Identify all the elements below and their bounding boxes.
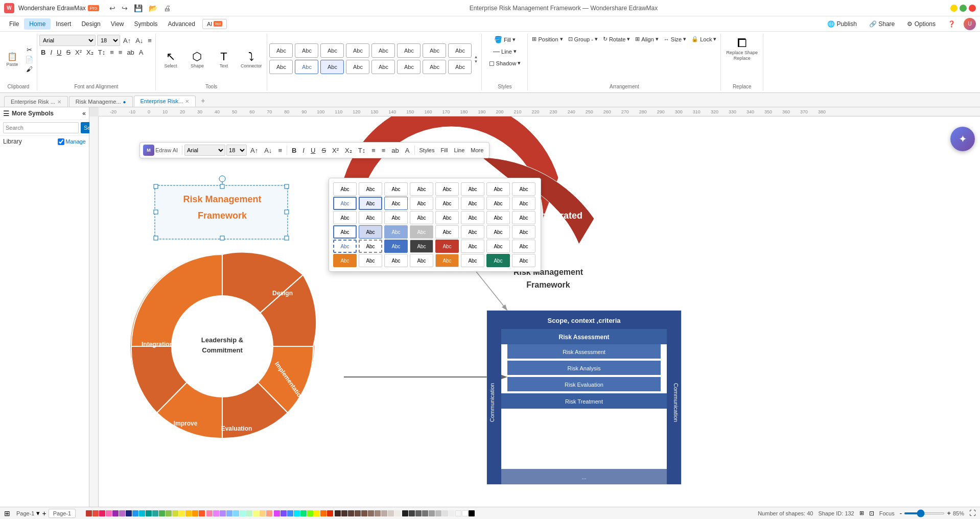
ai-assistant-bubble[interactable]: ✦ (950, 127, 975, 151)
color-amber[interactable] (185, 510, 192, 516)
color-3-2[interactable] (281, 510, 287, 516)
maximize-button[interactable] (960, 5, 967, 12)
sp-1[interactable]: Abc (333, 182, 357, 196)
subscript-button[interactable]: X₂ (85, 48, 95, 57)
color-5-9[interactable] (455, 510, 461, 516)
style-abc-13[interactable]: Abc (371, 60, 395, 74)
color-lime[interactable] (172, 510, 178, 516)
font-color-button[interactable]: A (137, 48, 145, 57)
style-abc-8[interactable]: Abc (448, 43, 472, 58)
sp-17[interactable]: Abc (333, 211, 357, 224)
color-2-5[interactable] (233, 510, 239, 516)
sp-19[interactable]: Abc (384, 211, 408, 224)
sp-24[interactable]: Abc (512, 211, 535, 224)
sp-16[interactable]: Abc (512, 197, 535, 210)
color-4-1[interactable] (335, 510, 341, 516)
add-tab-button[interactable]: + (197, 95, 209, 107)
manage-link[interactable]: Manage (58, 138, 86, 145)
add-page-button[interactable]: + (42, 509, 46, 517)
fullscreen-button[interactable]: ⛶ (969, 509, 976, 517)
ft-size-select[interactable]: 18 (226, 145, 247, 156)
menu-item-design[interactable]: Design (76, 18, 105, 30)
color-5-1[interactable] (402, 510, 408, 516)
superscript-button[interactable]: X² (74, 48, 83, 57)
sp-11[interactable]: Abc (384, 197, 408, 210)
style-abc-2[interactable]: Abc (295, 43, 318, 58)
style-abc-10[interactable]: Abc (295, 60, 318, 74)
page-dropdown[interactable]: ▾ (36, 509, 40, 517)
ft-text-dir[interactable]: T↕ (356, 145, 368, 156)
canvas-area[interactable]: -20 -10 0 10 20 30 40 50 60 70 80 90 100… (89, 107, 980, 507)
sp-14[interactable]: Abc (461, 197, 484, 210)
ft-fill[interactable]: Fill (438, 146, 450, 155)
color-4-3[interactable] (348, 510, 354, 516)
page-view-toggle[interactable]: ⊞ (4, 509, 10, 517)
sp-37[interactable]: Abc (435, 240, 459, 253)
color-3-4[interactable] (294, 510, 300, 516)
shape-button[interactable]: ⬡ Shape (184, 48, 210, 71)
tab-enterprise-risk-2[interactable]: Enterprise Risk... ✕ (134, 96, 196, 107)
ft-italic[interactable]: I (300, 145, 307, 156)
sp-26[interactable]: Abc (359, 225, 382, 239)
options-button[interactable]: ⚙ Options (903, 19, 940, 29)
ft-highlight[interactable]: ab (389, 145, 401, 156)
color-2-6[interactable] (240, 510, 246, 516)
color-5-6[interactable] (435, 510, 441, 516)
sp-6[interactable]: Abc (461, 182, 484, 196)
focus-toggle[interactable]: ⊞ (859, 510, 864, 516)
save-button[interactable]: 💾 (132, 3, 145, 13)
italic-button[interactable]: I (49, 48, 54, 57)
sp-4[interactable]: Abc (410, 182, 433, 196)
bold-button[interactable]: B (39, 48, 47, 57)
color-green-2[interactable] (166, 510, 172, 516)
color-4-7[interactable] (375, 510, 381, 516)
sp-42[interactable]: Abc (359, 254, 382, 267)
share-button[interactable]: 🔗 Share (865, 19, 899, 29)
sp-28[interactable]: Abc (410, 225, 433, 239)
minimize-button[interactable] (950, 5, 958, 12)
color-red-1[interactable] (86, 510, 92, 516)
color-2-3[interactable] (220, 510, 226, 516)
sp-34[interactable]: Abc (359, 240, 382, 253)
sp-12[interactable]: Abc (410, 197, 433, 210)
color-4-10[interactable] (394, 510, 401, 516)
copy-button[interactable]: 📄 (24, 55, 35, 64)
sp-7[interactable]: Abc (486, 182, 510, 196)
sp-25[interactable]: Abc (333, 225, 357, 239)
sp-27[interactable]: Abc (384, 225, 408, 239)
color-5-7[interactable] (442, 510, 448, 516)
sp-9[interactable]: Abc (333, 197, 357, 210)
zoom-slider[interactable] (904, 512, 945, 514)
print-button[interactable]: 🖨 (161, 3, 173, 13)
color-deep-orange[interactable] (199, 510, 205, 516)
align-button[interactable]: ≡ (146, 36, 153, 45)
ft-numbering[interactable]: ≡ (379, 145, 388, 156)
sp-32[interactable]: Abc (512, 225, 535, 239)
size-button[interactable]: ↔ Size ▾ (662, 35, 688, 43)
sp-30[interactable]: Abc (461, 225, 484, 239)
ft-styles[interactable]: Styles (417, 146, 437, 155)
ft-strikethrough[interactable]: S (319, 145, 329, 156)
style-abc-7[interactable]: Abc (423, 43, 446, 58)
sp-15[interactable]: Abc (486, 197, 510, 210)
style-abc-3[interactable]: Abc (320, 43, 344, 58)
close-tab-3[interactable]: ✕ (185, 99, 189, 104)
sp-48[interactable]: Abc (512, 254, 535, 267)
color-5-2[interactable] (409, 510, 415, 516)
ft-increase-font[interactable]: A↑ (248, 145, 261, 156)
panel-collapse-button[interactable]: « (82, 110, 86, 117)
sp-29[interactable]: Abc (435, 225, 459, 239)
zoom-out-button[interactable]: - (900, 509, 902, 517)
color-pink-1[interactable] (99, 510, 105, 516)
color-2-7[interactable] (246, 510, 252, 516)
menu-item-advanced[interactable]: Advanced (163, 18, 200, 30)
color-4-2[interactable] (341, 510, 347, 516)
sp-20[interactable]: Abc (410, 211, 433, 224)
style-abc-14[interactable]: Abc (397, 60, 421, 74)
connector-button[interactable]: ⤵ Connector (238, 48, 265, 71)
style-abc-15[interactable]: Abc (423, 60, 446, 74)
page-indicator[interactable]: Page-1 ▾ + Page-1 (16, 509, 76, 518)
ft-subscript[interactable]: X₂ (342, 145, 355, 156)
undo-button[interactable]: ↩ (107, 3, 118, 13)
increase-font-button[interactable]: A↑ (122, 36, 132, 45)
